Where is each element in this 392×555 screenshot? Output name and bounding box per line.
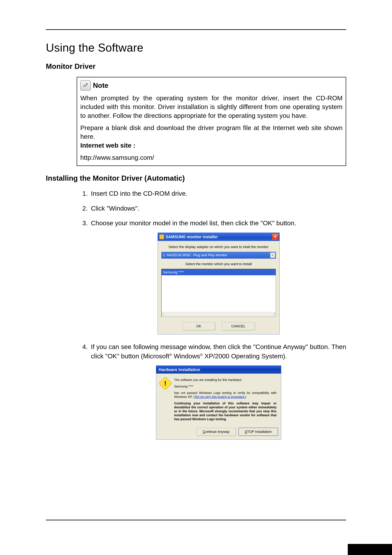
note-p2-text: Prepare a blank disk and download the dr… xyxy=(80,124,342,140)
continue-accel: C xyxy=(203,430,205,434)
step-4: If you can see following message window,… xyxy=(77,342,346,440)
monitor-listbox[interactable]: Samsung **** ⟨ ⟩ xyxy=(161,269,276,317)
note-paragraph-2: Prepare a blank disk and download the dr… xyxy=(80,124,342,150)
horizontal-scrollbar[interactable]: ⟨ ⟩ xyxy=(162,312,276,317)
continue-rest: ontinue Anyway xyxy=(205,430,229,434)
dialog1-titlebar[interactable]: SAMSUNG monitor installer ✕ xyxy=(158,233,279,241)
dialog2-titlebar[interactable]: Hardware Installation xyxy=(156,366,281,373)
dialog1-title: SAMSUNG monitor installer xyxy=(166,234,218,240)
dialog1-label-adapter: Select the display adapter on which you … xyxy=(161,244,276,249)
chevron-down-icon: ▾ xyxy=(270,253,275,258)
note-label: Note xyxy=(93,81,108,90)
hw-line1: The software you are installing for this… xyxy=(174,378,277,382)
internet-website-label: Internet web site : xyxy=(80,142,135,149)
dialog2-text: The software you are installing for this… xyxy=(174,378,277,424)
website-url: http://www.samsung.com/ xyxy=(80,153,342,162)
continue-anyway-button[interactable]: Continue Anyway xyxy=(197,428,236,436)
dialog1-button-row: OK CANCEL xyxy=(161,322,276,330)
dialog2-button-row: Continue Anyway STOP Installation xyxy=(156,427,281,439)
list-item-selected[interactable]: Samsung **** xyxy=(162,269,276,275)
section-monitor-driver: Monitor Driver xyxy=(46,62,346,71)
stop-installation-button[interactable]: STOP Installation xyxy=(239,428,278,436)
footer-rule xyxy=(46,520,346,520)
samsung-installer-dialog: SAMSUNG monitor installer ✕ Select the d… xyxy=(158,233,279,334)
stop-accel: S xyxy=(245,430,247,434)
cancel-button[interactable]: CANCEL xyxy=(222,322,255,330)
step-4-text-c: XP/2000 Operating System). xyxy=(203,352,287,360)
close-icon: ✕ xyxy=(274,234,277,240)
warning-bang: ! xyxy=(164,379,166,388)
dialog2-body: ! The software you are installing for th… xyxy=(156,373,281,427)
step-3: Choose your monitor model in the model l… xyxy=(77,219,346,334)
hw-line3b: ) xyxy=(245,395,246,399)
scroll-right-icon[interactable]: ⟩ xyxy=(274,313,275,316)
header-rule xyxy=(46,29,346,30)
step-4-text-b: Windows xyxy=(172,352,200,360)
section-install-automatic: Installing the Monitor Driver (Automatic… xyxy=(46,174,346,183)
page-title: Using the Software xyxy=(46,41,346,54)
note-paragraph-1: When prompted by the operating system fo… xyxy=(80,94,342,120)
note-header: Note xyxy=(80,80,342,91)
close-button[interactable]: ✕ xyxy=(272,234,278,240)
dialog1-app-icon xyxy=(159,234,164,239)
dialog1-label-monitor: Select the monitor which you want to ins… xyxy=(161,262,276,267)
hw-line2: Samsung **** xyxy=(174,384,277,388)
install-steps: Insert CD into the CD-ROM drive. Click "… xyxy=(77,189,346,439)
combo-text: 1. RADEON 9550 : Plug and Play Monitor xyxy=(163,253,227,258)
ok-button[interactable]: OK xyxy=(182,322,215,330)
page-content: Using the Software Monitor Driver Note W… xyxy=(46,41,346,446)
step-3-text: Choose your monitor model in the model l… xyxy=(91,219,296,227)
hw-line3: has not passed Windows Logo testing to v… xyxy=(174,391,277,399)
hardware-installation-dialog: Hardware Installation ! The software you… xyxy=(156,366,281,439)
display-adapter-combo[interactable]: 1. RADEON 9550 : Plug and Play Monitor ▾ xyxy=(161,252,276,259)
dialog1-body: Select the display adapter on which you … xyxy=(158,241,279,334)
note-icon xyxy=(80,80,91,91)
scroll-left-icon[interactable]: ⟨ xyxy=(163,313,164,316)
registered-mark: ® xyxy=(169,353,172,357)
step-1: Insert CD into the CD-ROM drive. xyxy=(77,189,346,198)
step-2: Click "Windows". xyxy=(77,204,346,213)
logo-testing-link[interactable]: Tell me why this testing is important. xyxy=(194,395,245,399)
warning-icon: ! xyxy=(158,377,172,390)
stop-rest: TOP Installation xyxy=(247,430,272,434)
registered-mark-2: ® xyxy=(200,353,203,357)
page-corner-mark xyxy=(348,544,392,555)
note-box: Note When prompted by the operating syst… xyxy=(77,77,346,166)
hw-warning-strong: Continuing your installation of this sof… xyxy=(174,401,277,421)
